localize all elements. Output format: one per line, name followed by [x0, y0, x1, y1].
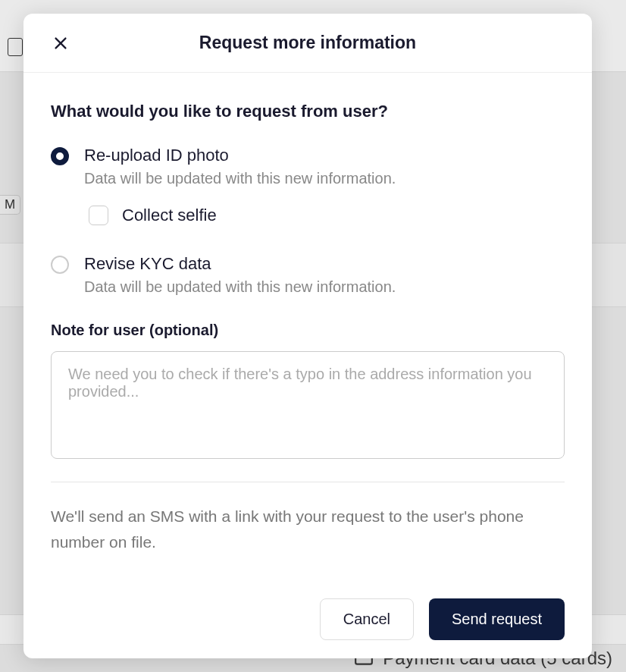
option-description: Data will be updated with this new infor…: [84, 278, 565, 296]
option-content: Re-upload ID photo Data will be updated …: [84, 146, 565, 225]
note-textarea[interactable]: [51, 351, 565, 459]
modal-body: What would you like to request from user…: [23, 73, 592, 583]
send-request-button[interactable]: Send request: [429, 598, 565, 640]
sms-info-text: We'll send an SMS with a link with your …: [51, 504, 565, 554]
option-content: Revise KYC data Data will be updated wit…: [84, 254, 565, 296]
close-icon: [52, 35, 69, 52]
close-button[interactable]: [49, 32, 72, 55]
note-label: Note for user (optional): [51, 322, 565, 339]
radio-reupload-id[interactable]: [51, 147, 69, 165]
request-question: What would you like to request from user…: [51, 102, 565, 121]
modal-title: Request more information: [199, 33, 416, 53]
option-label: Revise KYC data: [84, 254, 565, 274]
sub-option-label: Collect selfie: [122, 206, 217, 225]
request-info-modal: Request more information What would you …: [23, 14, 592, 658]
cancel-button[interactable]: Cancel: [320, 598, 414, 640]
option-revise-kyc[interactable]: Revise KYC data Data will be updated wit…: [51, 254, 565, 296]
checkbox-collect-selfie[interactable]: [89, 206, 108, 225]
modal-header: Request more information: [23, 14, 592, 73]
sub-option-collect-selfie[interactable]: Collect selfie: [89, 206, 565, 225]
radio-revise-kyc[interactable]: [51, 256, 69, 274]
option-description: Data will be updated with this new infor…: [84, 170, 565, 187]
option-label: Re-upload ID photo: [84, 146, 565, 165]
option-reupload-id[interactable]: Re-upload ID photo Data will be updated …: [51, 146, 565, 225]
modal-footer: Cancel Send request: [23, 583, 592, 658]
divider: [51, 482, 565, 482]
